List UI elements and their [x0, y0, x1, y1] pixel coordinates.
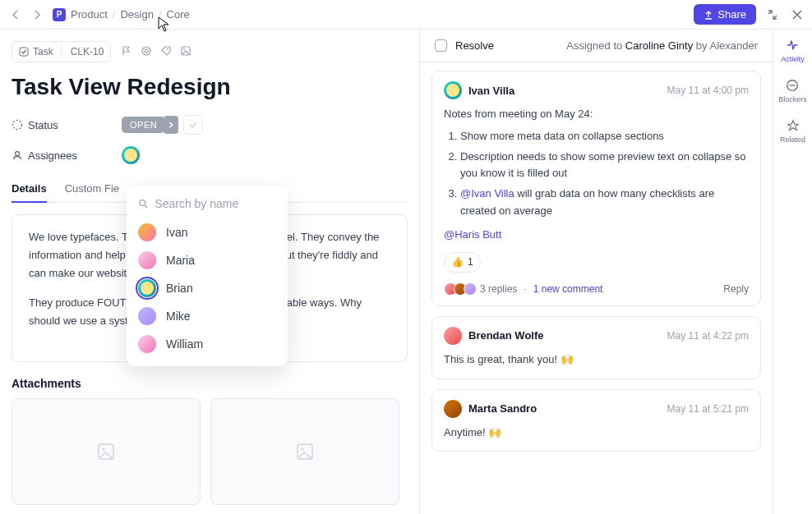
reply-button[interactable]: Reply: [723, 283, 749, 295]
assignee-option-label: Ivan: [166, 226, 187, 239]
workspace-logo-icon: P: [53, 8, 66, 21]
attachment-placeholder[interactable]: [12, 398, 201, 505]
comment-body: This is great, thank you! 🙌: [444, 351, 749, 369]
task-id-label: CLK-10: [71, 46, 111, 57]
comment-body: Anytime! 🙌: [444, 425, 749, 442]
thread-assigned-text: Assigned to Caroline Ginty by Alexander: [566, 39, 758, 52]
assignee-avatar[interactable]: [122, 146, 140, 164]
nav-back-button[interactable]: [7, 6, 25, 24]
assignee-option-label: Brian: [166, 282, 193, 295]
collapse-icon[interactable]: [764, 7, 781, 23]
assignee-option-label: Mike: [166, 310, 191, 323]
new-comment-indicator[interactable]: 1 new comment: [533, 283, 603, 295]
comment-author: Brendan Wolfe: [468, 329, 544, 342]
status-pill[interactable]: OPEN: [122, 117, 165, 133]
resolve-label: Resolve: [455, 39, 494, 52]
reply-avatars: [444, 282, 473, 296]
image-icon: [296, 443, 314, 461]
assignee-option[interactable]: William: [127, 330, 288, 358]
nav-forward-button[interactable]: [28, 6, 46, 24]
comment: Brendan Wolfe May 11 at 4:22 pm This is …: [431, 316, 761, 379]
svg-point-6: [13, 121, 22, 130]
comment-time: May 11 at 4:00 pm: [667, 85, 749, 96]
breadcrumb-seg-3[interactable]: Core: [167, 8, 190, 21]
topbar: P Product / Design / Core Share: [0, 0, 812, 30]
svg-rect-0: [20, 48, 28, 56]
avatar: [138, 251, 156, 269]
flag-icon[interactable]: [121, 45, 132, 59]
activity-icon: [785, 38, 800, 53]
assignee-option[interactable]: Brian: [127, 274, 288, 302]
assignees-label: Assignees: [12, 149, 110, 162]
avatar: [138, 279, 156, 297]
breadcrumb-seg-2[interactable]: Design: [120, 8, 153, 21]
task-type-chip[interactable]: Task CLK-10: [12, 41, 111, 62]
svg-point-1: [142, 47, 150, 55]
comment: Ivan Villa May 11 at 4:00 pm Notes from …: [431, 71, 761, 306]
avatar: [444, 81, 462, 99]
task-detail-panel: Task CLK-10 Task View Redesign Status OP…: [0, 30, 419, 514]
rail-activity[interactable]: Activity: [781, 38, 805, 63]
image-icon[interactable]: [180, 45, 191, 59]
share-button[interactable]: Share: [694, 4, 756, 25]
comment-body: Notes from meeting on May 24: Show more …: [444, 106, 749, 273]
tab-details[interactable]: Details: [12, 176, 47, 203]
svg-point-2: [145, 49, 148, 53]
task-check-icon: [19, 47, 29, 57]
status-complete-button[interactable]: [183, 115, 203, 135]
breadcrumb: Product / Design / Core: [71, 8, 190, 21]
assignee-search-input[interactable]: [155, 197, 276, 210]
svg-point-7: [16, 152, 20, 156]
comment-time: May 11 at 5:21 pm: [667, 403, 749, 415]
page-title: Task View Redesign: [12, 74, 408, 100]
reaction-chip[interactable]: 👍1: [444, 252, 481, 273]
avatar: [138, 307, 156, 325]
breadcrumb-seg-1[interactable]: Product: [71, 8, 108, 21]
reply-count[interactable]: 3 replies: [480, 283, 517, 295]
assignee-picker-popup: Ivan Maria Brian Mike William: [127, 186, 288, 366]
assignee-option[interactable]: Ivan: [127, 218, 288, 246]
close-icon[interactable]: [789, 7, 805, 23]
search-icon: [138, 198, 148, 209]
task-type-label: Task: [33, 46, 53, 57]
list-item: @Ivan Villa will grab data on how many c…: [460, 186, 749, 220]
comment-time: May 11 at 4:22 pm: [667, 330, 749, 342]
rail-blockers[interactable]: Blockers: [778, 78, 807, 103]
svg-point-11: [302, 448, 304, 451]
rail-related[interactable]: Related: [780, 118, 805, 144]
tag-icon[interactable]: [160, 45, 172, 59]
attachment-placeholder[interactable]: [210, 398, 399, 505]
status-next-button[interactable]: [164, 116, 178, 134]
svg-point-5: [183, 48, 185, 50]
avatar: [138, 223, 156, 241]
mention[interactable]: @Ivan Villa: [460, 187, 514, 200]
assignee-option[interactable]: Maria: [127, 246, 288, 274]
share-button-label: Share: [717, 8, 746, 21]
comment: Marta Sandro May 11 at 5:21 pm Anytime! …: [431, 389, 761, 452]
assignee-option-label: Maria: [166, 254, 195, 267]
image-icon: [97, 443, 115, 461]
assignee-option[interactable]: Mike: [127, 302, 288, 330]
avatar: [444, 327, 462, 345]
resolve-checkbox[interactable]: [435, 39, 447, 52]
svg-point-3: [167, 48, 168, 50]
status-icon: [12, 119, 23, 131]
tab-custom-fields[interactable]: Custom Fie: [65, 176, 119, 202]
svg-point-12: [140, 200, 145, 206]
target-icon[interactable]: [141, 45, 152, 59]
comment-author: Marta Sandro: [468, 402, 537, 415]
blockers-icon: [785, 78, 800, 93]
assignee-option-label: William: [166, 337, 203, 351]
person-icon: [12, 149, 23, 161]
avatar: [138, 335, 156, 353]
attachments-heading: Attachments: [12, 377, 408, 390]
mention[interactable]: @Haris Butt: [444, 228, 501, 241]
right-rail: Activity Blockers Related: [773, 30, 812, 514]
list-item: Show more meta data on collapse sections: [460, 128, 749, 145]
share-icon: [704, 10, 713, 20]
list-item: Description needs to show some preview t…: [460, 149, 749, 183]
avatar: [444, 400, 462, 418]
comments-panel: Resolve Assigned to Caroline Ginty by Al…: [419, 30, 773, 514]
status-label: Status: [12, 119, 110, 131]
related-icon: [786, 118, 800, 133]
